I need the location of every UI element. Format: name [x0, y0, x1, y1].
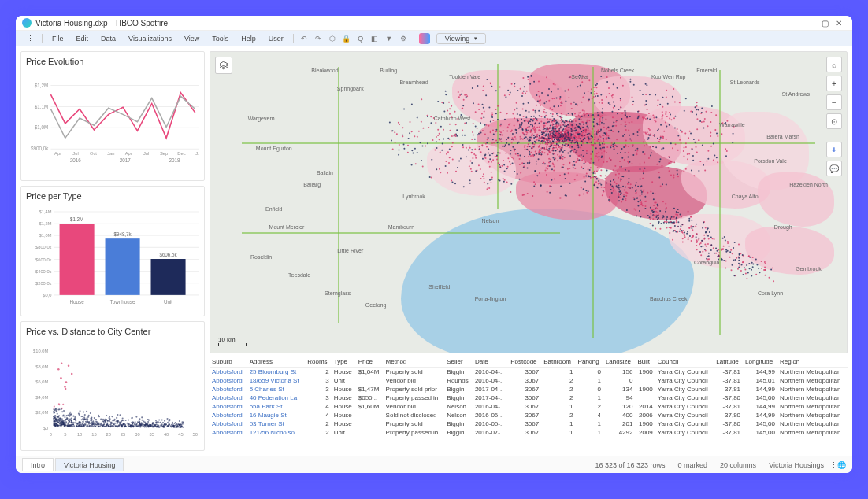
- maximize-button[interactable]: ▢: [818, 19, 832, 28]
- svg-point-1562: [514, 150, 515, 152]
- svg-point-2632: [532, 195, 533, 197]
- bar-chart[interactable]: $0,0$200,0k$400,0k$600,0k$800,0k$1,0M$1,…: [26, 204, 199, 310]
- undo-icon[interactable]: ↶: [299, 35, 310, 43]
- menu-tools[interactable]: Tools: [206, 33, 235, 44]
- svg-point-1492: [647, 139, 649, 140]
- svg-point-1547: [505, 96, 506, 98]
- svg-point-1113: [696, 105, 697, 107]
- table-header[interactable]: Method: [384, 357, 445, 368]
- svg-point-2964: [714, 253, 715, 254]
- table-row[interactable]: Abbotsford16 Maugie St4HouseSold not dis…: [210, 411, 848, 420]
- search-icon[interactable]: Q: [355, 35, 366, 43]
- table-row[interactable]: Abbotsford25 Bloomburg St2House$1,04MPro…: [210, 368, 848, 377]
- menu-file[interactable]: File: [46, 33, 70, 44]
- svg-point-2663: [583, 168, 584, 169]
- table-header[interactable]: Price: [356, 357, 384, 368]
- table-header[interactable]: Latitude: [714, 357, 743, 368]
- gear-icon[interactable]: ⚙: [398, 35, 409, 43]
- svg-point-2851: [547, 129, 549, 131]
- menu-edit[interactable]: Edit: [70, 33, 95, 44]
- mode-label: Viewing: [445, 35, 469, 43]
- table-row[interactable]: Abbotsford18/659 Victoria St3UnitVendor …: [210, 376, 848, 385]
- svg-point-3209: [633, 197, 635, 198]
- map-search-button[interactable]: ⌕: [826, 57, 842, 72]
- table-header[interactable]: Type: [332, 357, 356, 368]
- menu-user[interactable]: User: [262, 33, 290, 44]
- table-row[interactable]: Abbotsford55a Park St4House$1,60MVendor …: [210, 402, 848, 411]
- scatter-chart[interactable]: $0$2,0M$4,0M$6,0M$8,0M$10,0M051015202530…: [26, 339, 199, 445]
- table-header[interactable]: Region: [777, 357, 848, 368]
- menu-help[interactable]: Help: [235, 33, 262, 44]
- tab-intro[interactable]: Intro: [22, 458, 54, 471]
- table-header[interactable]: Suburb: [210, 357, 247, 368]
- table-row[interactable]: Abbotsford40 Federation La3House$050...P…: [210, 394, 848, 402]
- line-chart[interactable]: $900,0k$1,0M$1,1M$1,2MAprJulOctJanAprJul…: [26, 69, 199, 176]
- table-header[interactable]: Address: [247, 357, 306, 368]
- svg-text:10: 10: [77, 432, 82, 437]
- tab-victoria-housing[interactable]: Victoria Housing: [55, 458, 124, 471]
- map-place-label: Porta-lington: [475, 296, 506, 301]
- table-header[interactable]: Seller: [444, 357, 473, 368]
- mode-dropdown[interactable]: Viewing ▾: [436, 33, 486, 44]
- table-header[interactable]: Longitude: [743, 357, 777, 368]
- menu-visualizations[interactable]: Visualizations: [122, 33, 178, 44]
- lock-icon[interactable]: 🔒: [341, 35, 352, 43]
- svg-point-3241: [655, 201, 657, 203]
- map-place-label: Wargevern: [248, 116, 275, 121]
- svg-point-2914: [745, 272, 747, 274]
- table-header[interactable]: Bathroom: [541, 357, 575, 368]
- svg-point-1546: [564, 157, 566, 158]
- svg-point-2670: [586, 150, 588, 152]
- table-header[interactable]: Council: [655, 357, 714, 368]
- map-zoom-in-button[interactable]: +: [826, 76, 842, 91]
- svg-point-2218: [603, 150, 605, 152]
- table-row[interactable]: Abbotsford53 Turner St2HouseProperty sol…: [210, 420, 848, 428]
- map-zoom-out-button[interactable]: −: [826, 94, 842, 110]
- svg-point-367: [175, 422, 176, 423]
- svg-point-2880: [718, 250, 719, 251]
- table-header[interactable]: Rooms: [305, 357, 331, 368]
- menu-view[interactable]: View: [178, 33, 206, 44]
- map-place-label: Breamhead: [399, 79, 428, 85]
- svg-point-1914: [635, 150, 636, 151]
- table-header[interactable]: Landsize: [603, 357, 636, 368]
- minimize-button[interactable]: —: [803, 19, 818, 28]
- svg-point-1757: [556, 142, 558, 143]
- svg-point-1333: [486, 146, 488, 148]
- map-comment-button[interactable]: 💬: [826, 161, 842, 176]
- svg-point-1682: [555, 124, 557, 126]
- svg-point-2639: [475, 125, 477, 127]
- table-header[interactable]: Postcode: [508, 357, 541, 368]
- table-header[interactable]: Built: [635, 357, 655, 368]
- map-reset-button[interactable]: ⊙: [826, 113, 842, 129]
- map-panel[interactable]: ⌕ + − ⊙ + 💬 10 km BleakwoodBurlingSpring…: [210, 51, 848, 353]
- svg-point-1849: [578, 136, 580, 138]
- svg-point-2773: [616, 146, 618, 147]
- svg-point-3186: [696, 242, 698, 243]
- redo-icon[interactable]: ↷: [313, 35, 324, 43]
- kebab-menu-icon[interactable]: ⋮: [22, 35, 39, 43]
- cloud-icon[interactable]: ⬡: [327, 35, 338, 43]
- svg-point-443: [114, 422, 116, 423]
- svg-point-363: [72, 425, 73, 427]
- palette-icon[interactable]: [419, 33, 430, 44]
- svg-point-1599: [633, 84, 635, 86]
- menu-data[interactable]: Data: [95, 33, 122, 44]
- data-table[interactable]: SuburbAddressRoomsTypePriceMethodSellerD…: [210, 357, 848, 451]
- table-header[interactable]: Date: [473, 357, 508, 368]
- globe-icon[interactable]: 🌐: [837, 461, 846, 469]
- filter-icon[interactable]: ▼: [384, 35, 395, 43]
- bookmark-icon[interactable]: ◧: [369, 35, 380, 43]
- svg-point-548: [63, 414, 65, 416]
- svg-point-2280: [655, 146, 657, 148]
- svg-point-3136: [704, 249, 706, 250]
- svg-point-3137: [696, 224, 697, 225]
- svg-point-2627: [584, 92, 585, 94]
- table-row[interactable]: Abbotsford5 Charles St3House$1,47MProper…: [210, 385, 848, 394]
- table-row[interactable]: Abbotsford121/56 Nicholso..2UnitProperty…: [210, 428, 848, 437]
- footer-kebab-icon[interactable]: ⋮: [830, 461, 837, 469]
- close-button[interactable]: ✕: [832, 19, 846, 28]
- table-header[interactable]: Parking: [576, 357, 603, 368]
- map-add-button[interactable]: +: [826, 142, 842, 157]
- layers-button[interactable]: [215, 57, 232, 74]
